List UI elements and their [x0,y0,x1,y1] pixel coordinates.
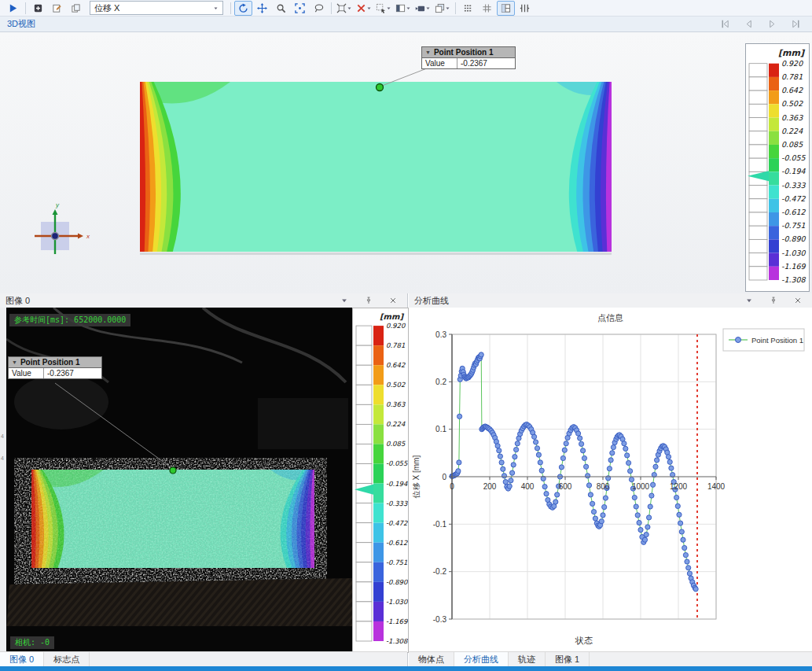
svg-text:0.502: 0.502 [781,99,803,108]
skip-last-button[interactable] [787,17,805,31]
annotation-value-label: Value [9,368,44,378]
point-marker[interactable] [377,84,384,91]
curves-panel-tab[interactable]: 轨迹 [509,652,546,667]
window-arrange-icon [435,3,445,13]
svg-text:0.363: 0.363 [386,400,406,408]
svg-text:y: y [55,201,60,208]
svg-text:[mm]: [mm] [778,48,806,58]
play-button[interactable] [4,1,22,16]
panel-layout-button[interactable] [394,1,413,16]
skip-first-button[interactable] [716,17,734,31]
svg-text:600: 600 [559,482,572,491]
skip-last-icon [791,19,801,29]
svg-text:0: 0 [450,482,454,491]
step-back-icon [744,19,754,29]
point-annotation-image[interactable]: ▼Point Position 1 Value-0.2367 [8,356,102,379]
panel-close-button[interactable] [788,293,806,308]
new-window-button[interactable] [29,1,47,16]
svg-text:-0.194: -0.194 [781,167,806,175]
panel-pin-button[interactable] [764,293,782,308]
specimen-3d-canvas[interactable]: xy [0,32,812,293]
svg-text:0.920: 0.920 [386,322,406,330]
camera-view-icon [415,3,425,13]
axis-columns-button[interactable] [516,1,534,16]
svg-text:-0.890: -0.890 [386,578,408,586]
tab-3d-view[interactable]: 3D视图 [7,18,35,30]
analysis-type-select[interactable]: 位移 X [90,1,223,15]
curves-panel-tab[interactable]: 图像 1 [546,652,590,667]
expand-selection-button[interactable] [335,1,354,16]
zoom-icon [276,3,286,13]
axis-columns-icon [520,3,530,13]
curves-panel-tab[interactable]: 物体点 [409,652,454,667]
step-back-button[interactable] [740,17,758,31]
svg-text:-1.308: -1.308 [386,637,408,645]
step-forward-button[interactable] [763,17,781,31]
label-button[interactable] [310,1,328,16]
fit-view-icon [295,3,305,13]
dropdown-caret-icon [425,6,431,11]
panel-pin-button[interactable] [359,293,377,308]
svg-text:-0.612: -0.612 [386,539,408,547]
svg-text:0.781: 0.781 [781,72,803,81]
window-arrange-button[interactable] [433,1,452,16]
copy-view-icon [71,3,81,13]
svg-text:-0.472: -0.472 [386,519,408,527]
copy-view-button[interactable] [67,1,85,16]
svg-text:0.642: 0.642 [386,361,406,369]
point-annotation-3d[interactable]: ▼Point Position 1 Value-0.2367 [421,46,516,69]
analysis-chart[interactable]: 点信息0.30.20.10-0.1-0.2-0.3020040060080010… [409,308,812,651]
camera-view-button[interactable] [413,1,432,16]
svg-text:-0.055: -0.055 [781,153,806,162]
annotation-title: Point Position 1 [434,48,494,57]
svg-text:-0.751: -0.751 [386,559,407,566]
rotate-icon [238,3,248,13]
svg-text:-1.030: -1.030 [781,249,806,257]
y-axis-label: 位移 X [mm] [412,455,421,500]
play-icon [8,3,18,13]
edge-mark: 4 [1,455,4,461]
grid-view-button[interactable] [478,1,496,16]
rotate-button[interactable] [234,1,252,16]
curves-panel: 分析曲线 点信息0.30.20.10-0.1-0.2-0.30200400600… [409,293,812,666]
svg-text:0.224: 0.224 [781,127,803,135]
table-view-button[interactable] [459,1,477,16]
svg-text:0.920: 0.920 [781,59,803,68]
panel-close-button[interactable] [384,293,402,308]
svg-text:-0.055: -0.055 [386,459,408,467]
image-panel-tab[interactable]: 标志点 [44,652,90,667]
svg-text:-0.2: -0.2 [433,567,447,576]
frame-navigation [716,17,805,31]
svg-text:-1.308: -1.308 [781,275,806,284]
image-panel-header: 图像 0 [0,293,407,308]
svg-text:-0.3: -0.3 [433,615,447,624]
split-view-button[interactable] [497,1,515,16]
toolbar-separator [455,2,456,14]
curves-panel-tab[interactable]: 分析曲线 [454,652,509,667]
point-marker[interactable] [170,467,176,474]
svg-text:[mm]: [mm] [380,312,404,321]
panel-menu-button[interactable] [740,293,758,308]
svg-text:0.224: 0.224 [386,420,406,428]
select-points-button[interactable] [374,1,393,16]
svg-text:-0.751: -0.751 [781,221,806,230]
select-points-icon [376,3,386,13]
svg-text:0.2: 0.2 [435,378,446,386]
split-view-icon [501,3,511,13]
panel-menu-button[interactable] [335,293,353,308]
image-panel-tab[interactable]: 图像 0 [0,652,44,667]
zoom-button[interactable] [272,1,290,16]
svg-text:1400: 1400 [707,482,726,491]
pin-icon [770,297,777,304]
svg-text:-1.169: -1.169 [781,262,806,271]
dropdown-caret-icon [445,6,450,11]
annotation-title: Point Position 1 [20,358,80,367]
delete-button[interactable] [355,1,373,16]
svg-text:-0.612: -0.612 [781,208,806,216]
edit-report-button[interactable] [48,1,66,16]
fit-view-button[interactable] [291,1,309,16]
curves-panel-controls [740,293,806,308]
pan-button[interactable] [253,1,271,16]
delete-icon [356,3,366,13]
svg-text:-0.472: -0.472 [781,194,806,203]
